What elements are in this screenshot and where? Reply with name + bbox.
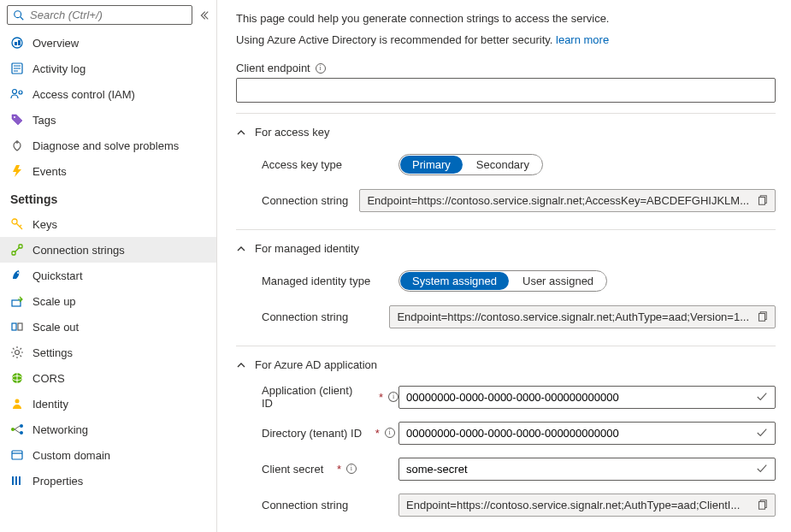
sidebar-item-tags[interactable]: Tags [0, 107, 216, 133]
connection-string-label: Connection string [262, 310, 389, 323]
sidebar-item-label: Events [32, 165, 67, 178]
client-secret-input-wrap[interactable] [398, 458, 776, 481]
pill-primary[interactable]: Primary [400, 156, 463, 174]
svg-rect-38 [759, 198, 765, 205]
svg-rect-18 [19, 245, 22, 248]
cors-icon [10, 371, 24, 385]
managed-identity-type-toggle[interactable]: System assigned User assigned [398, 270, 607, 292]
scale-up-icon [10, 294, 24, 308]
collapse-sidebar-icon[interactable] [198, 9, 210, 21]
access-key-type-toggle[interactable]: Primary Secondary [398, 154, 543, 175]
sidebar-item-properties[interactable]: Properties [0, 468, 216, 494]
search-box[interactable] [7, 5, 192, 25]
client-secret-label: Client secret * i [262, 463, 398, 476]
svg-point-28 [11, 428, 15, 431]
connection-string-label: Connection string [262, 194, 359, 207]
diagnose-icon [10, 139, 24, 152]
sidebar-item-events[interactable]: Events [0, 158, 216, 184]
sidebar-item-label: Activity log [32, 62, 86, 75]
svg-rect-40 [759, 502, 765, 510]
sidebar-item-label: CORS [32, 372, 65, 385]
sidebar-item-label: Tags [32, 114, 56, 127]
custom-domain-icon [10, 448, 24, 462]
svg-rect-4 [18, 40, 21, 45]
sidebar-item-label: Access control (IAM) [32, 88, 135, 101]
application-client-id-input-wrap[interactable] [398, 386, 776, 409]
sidebar-item-settings[interactable]: Settings [0, 340, 216, 365]
sidebar-item-label: Identity [32, 398, 68, 411]
page-description: This page could help you generate connec… [236, 12, 776, 25]
sidebar-item-custom-domain[interactable]: Custom domain [0, 442, 216, 468]
svg-point-11 [14, 116, 15, 118]
sidebar-item-scale-up[interactable]: Scale up [0, 288, 216, 314]
pill-secondary[interactable]: Secondary [464, 156, 541, 174]
search-input[interactable] [30, 9, 186, 21]
sidebar-item-label: Scale out [32, 321, 79, 334]
info-icon[interactable]: i [385, 428, 395, 438]
pill-user-assigned[interactable]: User assigned [511, 272, 605, 290]
sidebar-item-label: Connection strings [32, 244, 125, 257]
section-header-access-key[interactable]: For access key [236, 122, 776, 142]
tags-icon [10, 113, 24, 127]
copy-icon[interactable] [756, 310, 768, 322]
overview-icon [10, 36, 24, 50]
section-header-azure-ad[interactable]: For Azure AD application [236, 355, 776, 375]
gear-icon [10, 346, 24, 359]
networking-icon [10, 423, 24, 436]
sidebar-item-diagnose[interactable]: Diagnose and solve problems [0, 133, 216, 158]
sidebar-item-label: Settings [32, 346, 73, 359]
svg-line-1 [21, 16, 24, 20]
info-icon[interactable]: i [316, 63, 326, 74]
sidebar: Overview Activity log Access control (IA… [0, 0, 217, 532]
access-key-type-label: Access key type [262, 158, 398, 171]
info-icon[interactable]: i [346, 464, 357, 474]
pill-system-assigned[interactable]: System assigned [400, 272, 509, 290]
search-icon [13, 9, 25, 21]
svg-line-32 [15, 429, 20, 433]
svg-rect-39 [759, 314, 765, 322]
sidebar-item-quickstart[interactable]: Quickstart [0, 263, 216, 288]
managed-identity-type-label: Managed identity type [262, 275, 398, 287]
recommendation-text: Using Azure Active Directory is recommen… [236, 33, 776, 46]
chevron-up-icon [236, 360, 246, 370]
check-icon [756, 427, 768, 439]
svg-point-10 [19, 91, 22, 94]
client-secret-input[interactable] [406, 463, 749, 476]
sidebar-item-identity[interactable]: Identity [0, 391, 216, 417]
check-icon [756, 391, 768, 403]
sidebar-item-label: Keys [32, 218, 57, 231]
directory-tenant-id-input-wrap[interactable] [398, 422, 776, 445]
connection-strings-icon [10, 243, 24, 257]
info-icon[interactable]: i [388, 392, 398, 402]
sidebar-item-cors[interactable]: CORS [0, 365, 216, 391]
copy-icon[interactable] [756, 194, 768, 206]
sidebar-item-networking[interactable]: Networking [0, 417, 216, 442]
client-endpoint-label: Client endpoint i [236, 62, 326, 74]
keys-icon [10, 217, 24, 231]
sidebar-item-activity-log[interactable]: Activity log [0, 56, 216, 81]
client-endpoint-input[interactable] [236, 78, 776, 103]
properties-icon [10, 474, 24, 488]
svg-point-0 [15, 10, 21, 17]
svg-point-23 [15, 351, 20, 355]
copy-icon[interactable] [756, 499, 768, 511]
svg-point-19 [17, 272, 19, 274]
svg-rect-20 [12, 300, 21, 306]
sidebar-item-label: Overview [32, 37, 79, 50]
svg-point-29 [20, 424, 23, 428]
nav-scroll[interactable]: Overview Activity log Access control (IA… [0, 30, 216, 532]
sidebar-item-access-control[interactable]: Access control (IAM) [0, 81, 216, 107]
sidebar-item-overview[interactable]: Overview [0, 30, 216, 56]
sidebar-item-keys[interactable]: Keys [0, 211, 216, 237]
section-header-managed-identity[interactable]: For managed identity [236, 239, 776, 258]
quickstart-icon [10, 269, 24, 282]
directory-tenant-id-input[interactable] [406, 427, 749, 440]
svg-line-15 [16, 223, 22, 229]
sidebar-item-scale-out[interactable]: Scale out [0, 314, 216, 340]
sidebar-item-label: Scale up [32, 295, 76, 308]
application-client-id-input[interactable] [406, 391, 749, 404]
learn-more-link[interactable]: learn more [556, 33, 609, 46]
sidebar-item-connection-strings[interactable]: Connection strings [0, 237, 216, 263]
access-control-icon [10, 87, 24, 101]
section-azure-ad: For Azure AD application Application (cl… [236, 346, 776, 523]
